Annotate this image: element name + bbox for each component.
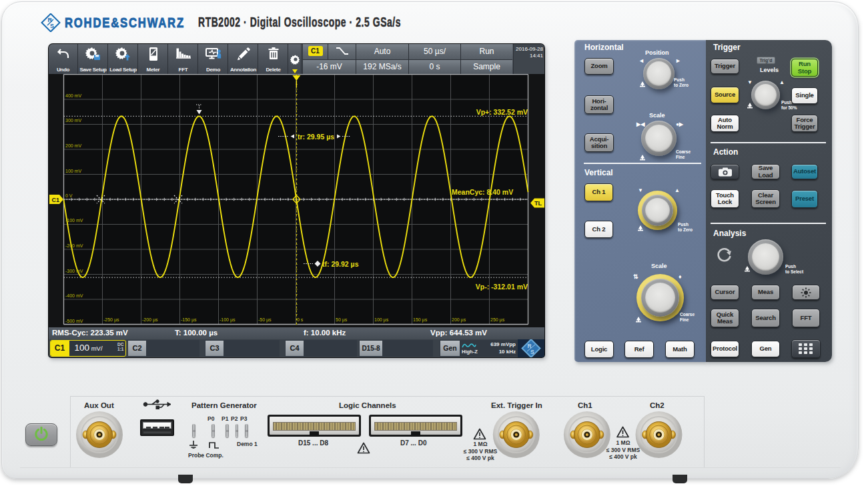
svg-text:Vp-: -312.01 mV: Vp-: -312.01 mV [476, 283, 528, 291]
svg-text:-200 mV: -200 mV [65, 243, 83, 248]
svg-text:-500 mV: -500 mV [65, 319, 83, 323]
svg-text:150 µs: 150 µs [413, 317, 428, 323]
svg-text:S: S [530, 349, 534, 355]
svg-text:200 mV: 200 mV [65, 143, 81, 148]
svg-text:-100 mV: -100 mV [65, 218, 83, 223]
svg-text:0 V: 0 V [65, 193, 73, 198]
svg-text:250 µs: 250 µs [490, 317, 505, 323]
svg-text:-100 µs: -100 µs [220, 317, 236, 323]
svg-text:tf: 29.92 µs: tf: 29.92 µs [322, 260, 359, 268]
svg-text:-300 mV: -300 mV [65, 269, 83, 273]
svg-text:Vp+: 332.52 mV: Vp+: 332.52 mV [476, 108, 528, 116]
svg-text:S: S [50, 23, 54, 29]
svg-text:C1: C1 [52, 197, 60, 203]
svg-text:-50 µs: -50 µs [258, 317, 272, 323]
svg-text:MeanCyc: 8.40 mV: MeanCyc: 8.40 mV [452, 188, 513, 196]
svg-text:tr: 29.95 µs: tr: 29.95 µs [298, 133, 334, 141]
svg-text:0 s: 0 s [297, 317, 304, 322]
svg-text:50 µs: 50 µs [336, 317, 348, 323]
svg-text:200 µs: 200 µs [452, 317, 466, 323]
svg-text:-250 µs: -250 µs [103, 317, 119, 323]
svg-text:100 µs: 100 µs [374, 317, 389, 323]
svg-text:300 mV: 300 mV [65, 118, 81, 123]
svg-text:-150 µs: -150 µs [181, 317, 197, 323]
svg-text:100 mV: 100 mV [65, 169, 81, 173]
svg-text:400 mV: 400 mV [65, 93, 81, 98]
svg-text:-400 mV: -400 mV [65, 293, 83, 298]
svg-text:-200 µs: -200 µs [142, 317, 158, 323]
svg-text:TL: TL [534, 200, 542, 207]
